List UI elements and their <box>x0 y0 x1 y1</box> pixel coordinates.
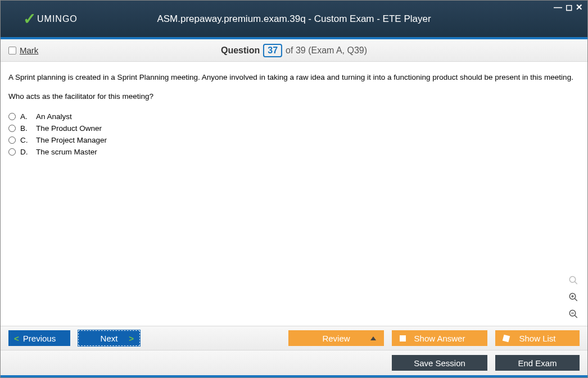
minimize-icon[interactable]: — <box>554 3 562 11</box>
option-row[interactable]: D. The scrum Master <box>8 146 580 158</box>
option-letter: B. <box>20 124 31 133</box>
next-button[interactable]: Next > <box>78 330 140 346</box>
zoom-out-icon[interactable] <box>567 308 580 320</box>
options-list: A. An Analyst B. The Product Owner C. Th… <box>8 111 580 158</box>
show-list-label: Show List <box>519 334 555 343</box>
option-text: The Product Owner <box>36 124 102 133</box>
option-row[interactable]: C. The Project Manager <box>8 134 580 146</box>
svg-line-3 <box>575 298 577 301</box>
show-answer-button[interactable]: Show Answer <box>392 330 487 346</box>
chevron-right-icon: > <box>129 334 134 343</box>
svg-line-1 <box>575 281 577 284</box>
note-icon <box>503 334 510 341</box>
question-paragraph: A Sprint planning is created in a Sprint… <box>8 72 580 83</box>
logo: ✓ UMINGO <box>23 10 78 28</box>
radio-icon[interactable] <box>8 136 16 144</box>
option-letter: A. <box>20 112 31 121</box>
review-button[interactable]: Review <box>288 330 384 346</box>
previous-button[interactable]: < Previous <box>8 330 70 346</box>
show-answer-label: Show Answer <box>414 334 465 343</box>
question-counter: Question 37 of 39 (Exam A, Q39) <box>221 44 367 57</box>
logo-text: UMINGO <box>37 14 78 24</box>
search-icon[interactable] <box>567 274 580 286</box>
save-session-label: Save Session <box>414 358 465 368</box>
option-text: The scrum Master <box>36 148 97 156</box>
option-row[interactable]: A. An Analyst <box>8 111 580 122</box>
square-icon <box>400 335 406 341</box>
window-controls: — ◻ ✕ <box>554 3 583 11</box>
window-title: ASM.prepaway.premium.exam.39q - Custom E… <box>157 13 431 25</box>
option-text: The Project Manager <box>36 136 107 144</box>
chevron-left-icon: < <box>14 334 19 343</box>
mark-label: Mark <box>20 45 38 55</box>
radio-icon[interactable] <box>8 148 16 156</box>
logo-check-icon: ✓ <box>23 10 36 28</box>
next-label: Next <box>101 334 118 343</box>
radio-icon[interactable] <box>8 113 16 120</box>
zoom-in-icon[interactable] <box>567 291 580 303</box>
question-total: of 39 (Exam A, Q39) <box>286 45 367 56</box>
show-list-button[interactable]: Show List <box>495 330 580 346</box>
option-letter: C. <box>20 136 31 144</box>
review-label: Review <box>322 334 350 343</box>
save-session-button[interactable]: Save Session <box>392 355 487 371</box>
question-content: A Sprint planning is created in a Sprint… <box>1 62 587 326</box>
option-row[interactable]: B. The Product Owner <box>8 122 580 134</box>
svg-line-7 <box>575 315 577 318</box>
question-label: Question <box>221 45 260 56</box>
option-letter: D. <box>20 148 31 156</box>
radio-icon[interactable] <box>8 125 16 132</box>
question-number: 37 <box>263 44 282 57</box>
question-paragraph: Who acts as the facilitator for this mee… <box>8 91 580 102</box>
question-text: A Sprint planning is created in a Sprint… <box>8 72 580 103</box>
mark-control[interactable]: Mark <box>8 45 38 55</box>
nav-bar: < Previous Next > Review Show Answer Sho… <box>1 326 587 350</box>
zoom-tools <box>567 274 580 320</box>
close-icon[interactable]: ✕ <box>576 3 583 11</box>
question-header: Mark Question 37 of 39 (Exam A, Q39) <box>1 39 587 62</box>
bottom-bar: Save Session End Exam <box>1 350 587 375</box>
previous-label: Previous <box>23 334 56 343</box>
titlebar: ✓ UMINGO ASM.prepaway.premium.exam.39q -… <box>1 1 587 37</box>
triangle-up-icon <box>370 336 376 340</box>
mark-checkbox[interactable] <box>8 47 16 54</box>
app-window: ✓ UMINGO ASM.prepaway.premium.exam.39q -… <box>0 0 588 378</box>
option-text: An Analyst <box>36 112 72 121</box>
svg-point-0 <box>569 276 576 283</box>
end-exam-button[interactable]: End Exam <box>495 355 580 371</box>
maximize-icon[interactable]: ◻ <box>566 3 572 11</box>
end-exam-label: End Exam <box>518 358 557 368</box>
footer-accent <box>1 375 587 377</box>
